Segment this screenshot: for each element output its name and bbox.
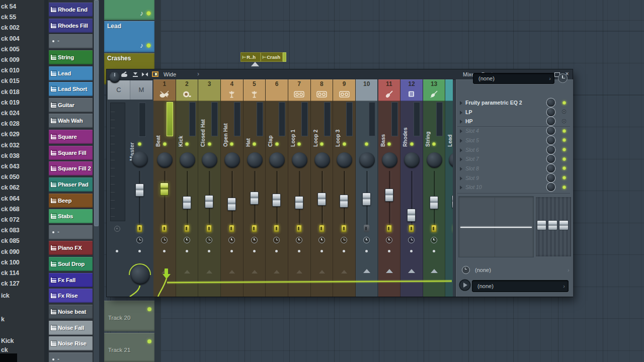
pan-knob[interactable]	[449, 152, 453, 168]
master-pan-knob[interactable]	[132, 151, 148, 167]
fx-enable-switch[interactable]	[431, 225, 437, 232]
track-list-item[interactable]: Phaser Pad	[49, 177, 93, 192]
channel-led[interactable]	[387, 142, 391, 146]
channel-header[interactable]: 11	[378, 79, 400, 101]
dry-wet-knob[interactable]	[109, 72, 120, 83]
sample-list-item[interactable]: ck 043	[1, 161, 43, 171]
volume-fader[interactable]	[452, 195, 453, 208]
audio-output-selector[interactable]: (none) ›	[472, 280, 569, 292]
channel-led[interactable]	[230, 142, 233, 146]
track-list-item[interactable]: -	[49, 352, 93, 362]
track-list-item[interactable]: Square	[49, 130, 93, 144]
record-dot[interactable]	[116, 250, 118, 252]
volume-fader[interactable]	[160, 183, 169, 196]
channel-header[interactable]: 13	[423, 79, 445, 101]
channel-header[interactable]: 2	[176, 79, 198, 101]
slot-enable-led[interactable]	[562, 148, 566, 151]
pan-knob[interactable]	[427, 152, 442, 168]
send-switch-icon[interactable]	[386, 269, 393, 273]
clock-icon[interactable]	[296, 237, 302, 243]
send-switch-icon[interactable]	[319, 270, 325, 274]
track-list-item[interactable]: Guitar	[49, 98, 93, 112]
track-list-item[interactable]: Fx Fall	[49, 273, 93, 287]
track-list-item[interactable]: Square Fill	[49, 146, 93, 160]
pattern-track-list[interactable]: Rhode EndRhodes Fill-StringLeadLead Shor…	[48, 0, 93, 362]
channel-led[interactable]	[343, 142, 346, 146]
slot-enable-led[interactable]	[562, 120, 566, 123]
volume-fader[interactable]	[317, 193, 326, 206]
pattern-clip[interactable]: ⊢R..h	[240, 52, 261, 62]
send-switch-icon[interactable]	[229, 270, 235, 274]
channel-select-plate[interactable]	[167, 102, 173, 136]
playhead-marker-icon[interactable]	[251, 62, 259, 66]
volume-fader[interactable]	[430, 196, 438, 209]
eq-low-slider[interactable]	[537, 220, 546, 230]
time-icon[interactable]	[462, 266, 470, 274]
record-dot[interactable]	[343, 250, 345, 252]
slot-mix-knob[interactable]	[547, 127, 555, 135]
sample-list-item[interactable]: ck 114	[1, 268, 43, 278]
vertical-scrollbar-thumb[interactable]	[94, 0, 99, 226]
clock-icon[interactable]	[184, 237, 190, 243]
channel-led[interactable]	[163, 142, 167, 146]
channel-select-plate[interactable]	[346, 102, 353, 136]
playlist-track-row[interactable]: Stabs♪	[104, 0, 154, 20]
slot-mix-knob[interactable]	[547, 146, 555, 154]
mixer-channel-beat[interactable]: 1Beat	[153, 79, 176, 297]
fx-enable-switch[interactable]	[184, 225, 190, 232]
fx-enable-switch[interactable]	[229, 225, 234, 232]
fx-enable-switch[interactable]	[341, 225, 347, 232]
track-list-item[interactable]: Square Fill 2	[49, 161, 93, 175]
fx-enable-switch[interactable]	[252, 225, 257, 232]
layout-mode-icon[interactable]	[152, 71, 158, 77]
chevron-right-icon[interactable]: ›	[197, 69, 199, 79]
channel-led[interactable]	[365, 142, 368, 146]
sidechain-icon[interactable]	[460, 280, 470, 290]
clock-icon[interactable]	[228, 237, 235, 243]
sample-list-item[interactable]: ick	[1, 291, 43, 301]
fx-enable-switch[interactable]	[386, 225, 392, 232]
pan-knob[interactable]	[157, 152, 173, 168]
channel-select-plate[interactable]	[211, 102, 218, 136]
detach-icon[interactable]	[132, 71, 140, 78]
clock-icon[interactable]	[408, 237, 415, 243]
mixer-channel-closed-hat[interactable]: 3Closed Hat	[198, 79, 221, 297]
master-fx-enable-switch[interactable]	[137, 225, 142, 232]
send-switch-icon[interactable]	[184, 270, 190, 274]
pan-knob[interactable]	[269, 152, 285, 168]
volume-fader[interactable]	[272, 194, 281, 207]
clock-icon[interactable]	[363, 237, 370, 243]
channel-header[interactable]: 4	[221, 79, 243, 101]
track-active-led[interactable]	[147, 307, 151, 311]
clock-icon[interactable]	[206, 237, 212, 243]
fx-slot-row[interactable]: Slot 8	[456, 164, 570, 173]
channel-select-plate[interactable]	[324, 102, 331, 136]
sample-list-item[interactable]: ck 090	[1, 247, 43, 257]
pan-knob[interactable]	[180, 152, 195, 168]
track-list-item[interactable]: Noise Fall	[49, 321, 93, 335]
fx-slot-row[interactable]: LP	[456, 108, 570, 117]
track-list-item[interactable]: Fx Rise	[49, 289, 93, 303]
slot-mix-knob[interactable]	[547, 117, 555, 125]
fx-slot-row[interactable]: Fruity parametric EQ 2	[456, 98, 570, 107]
pan-knob[interactable]	[314, 152, 330, 168]
clock-icon[interactable]	[251, 237, 258, 243]
mixer-channel-rhodes[interactable]: 12Rhodes	[400, 79, 423, 297]
sample-list-item[interactable]: ck 064	[1, 194, 43, 204]
channel-select-plate[interactable]	[234, 102, 240, 136]
slot-mix-knob[interactable]	[547, 155, 555, 163]
mixer-channel-ch-10[interactable]: 10	[356, 79, 378, 297]
playlist-track-row[interactable]: Track 20	[104, 301, 154, 331]
sample-list-item[interactable]: k	[1, 314, 43, 324]
slot-enable-led[interactable]	[562, 101, 566, 105]
channel-header[interactable]: 1	[153, 79, 176, 101]
volume-fader[interactable]	[205, 195, 213, 208]
channel-header[interactable]: 3	[198, 79, 220, 101]
sample-list-item[interactable]: ck 024	[1, 108, 43, 118]
current-column-header[interactable]: C	[108, 80, 130, 100]
slot-enable-led[interactable]	[562, 138, 566, 142]
fx-slot-row[interactable]: Slot 6	[456, 145, 570, 154]
hand-tool-icon[interactable]	[120, 71, 128, 78]
pan-knob[interactable]	[359, 152, 375, 168]
record-dot[interactable]	[253, 250, 256, 252]
